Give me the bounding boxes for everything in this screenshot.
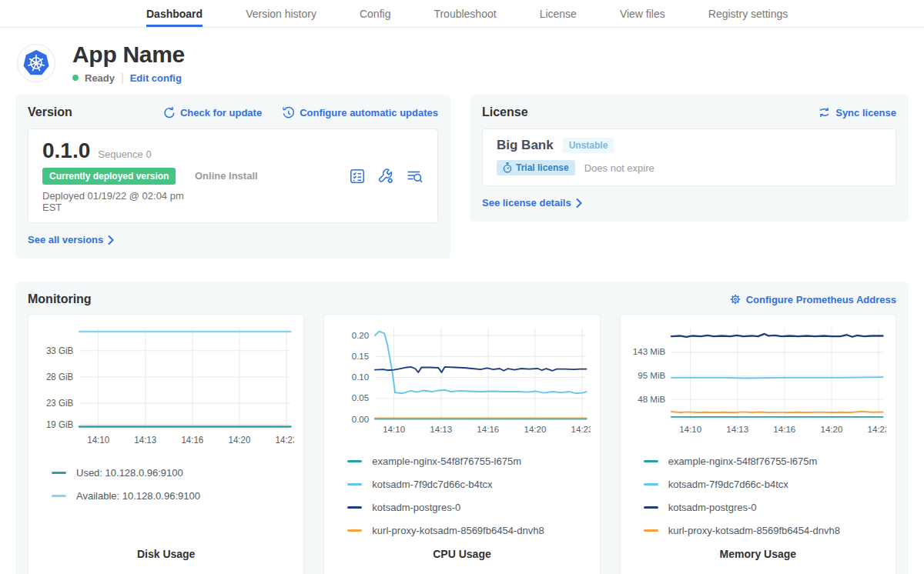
- channel-badge: Unstable: [563, 138, 614, 153]
- legend-item: example-nginx-54f8f76755-l675m: [644, 456, 886, 467]
- kubernetes-app-icon: [17, 44, 55, 82]
- tab-view-files[interactable]: View files: [620, 0, 665, 27]
- svg-text:95 MiB: 95 MiB: [638, 372, 665, 381]
- tab-dashboard[interactable]: Dashboard: [146, 0, 203, 27]
- legend-item: kotsadm-postgres-0: [644, 502, 886, 513]
- tab-bar: DashboardVersion historyConfigTroublesho…: [0, 0, 924, 28]
- legend-label: example-nginx-54f8f76755-l675m: [372, 456, 521, 467]
- legend-item: kotsadm-postgres-0: [347, 502, 590, 513]
- svg-text:14:16: 14:16: [773, 425, 795, 435]
- license-customer-name: Big Bank: [497, 138, 554, 153]
- check-for-update-button[interactable]: Check for update: [162, 106, 262, 119]
- chart-plot: 14:1014:1314:1614:2014:2348 MiB95 MiB143…: [630, 321, 886, 445]
- chart-title: CPU Usage: [333, 548, 590, 566]
- svg-text:23 GiB: 23 GiB: [46, 398, 73, 408]
- version-heading: Version: [28, 105, 72, 119]
- svg-text:14:13: 14:13: [430, 425, 453, 435]
- stopwatch-icon: [503, 162, 512, 173]
- app-header: App Name Ready | Edit config: [0, 28, 924, 92]
- legend-color-dash: [52, 495, 66, 497]
- chart-card-cpu-usage: 14:1014:1314:1614:2014:230.000.050.100.1…: [323, 314, 600, 574]
- svg-text:14:10: 14:10: [383, 425, 406, 435]
- chart-legend: example-nginx-54f8f76755-l675mkotsadm-7f…: [333, 456, 590, 548]
- svg-text:14:20: 14:20: [820, 425, 842, 435]
- legend-item: example-nginx-54f8f76755-l675m: [347, 456, 590, 467]
- legend-color-dash: [52, 472, 66, 474]
- legend-item: kurl-proxy-kotsadm-8569fb6454-dnvh8: [644, 525, 886, 536]
- svg-text:19 GiB: 19 GiB: [46, 419, 73, 429]
- license-heading: License: [482, 105, 528, 119]
- svg-text:28 GiB: 28 GiB: [46, 372, 73, 382]
- legend-color-dash: [644, 529, 658, 532]
- svg-text:14:23: 14:23: [571, 425, 591, 435]
- sync-license-button[interactable]: Sync license: [818, 106, 896, 118]
- legend-color-dash: [347, 529, 362, 532]
- schedule-icon: [282, 106, 295, 119]
- chart-title: Disk Usage: [38, 548, 294, 566]
- sync-arrows-icon: [818, 106, 831, 118]
- tab-troubleshoot[interactable]: Troubleshoot: [434, 0, 496, 27]
- chevron-right-icon: [108, 235, 114, 245]
- svg-text:14:16: 14:16: [477, 425, 500, 435]
- tab-config[interactable]: Config: [360, 0, 390, 27]
- deployed-badge: Currently deployed version: [42, 168, 176, 185]
- edit-config-link[interactable]: Edit config: [130, 72, 182, 84]
- config-wrench-icon[interactable]: [377, 168, 394, 185]
- legend-item: kotsadm-7f9dc7d66c-b4tcx: [347, 479, 590, 490]
- svg-text:14:13: 14:13: [134, 435, 156, 445]
- chart-title: Memory Usage: [630, 548, 886, 566]
- svg-text:143 MiB: 143 MiB: [633, 348, 665, 357]
- legend-color-dash: [347, 483, 362, 486]
- legend-color-dash: [347, 506, 362, 509]
- tab-registry-settings[interactable]: Registry settings: [708, 0, 788, 27]
- version-card: Version Check for update: [15, 95, 450, 259]
- install-type-label: Online Install: [195, 170, 349, 182]
- svg-text:14:16: 14:16: [181, 435, 203, 445]
- legend-item: kotsadm-7f9dc7d66c-b4tcx: [644, 479, 886, 490]
- chart-legend: example-nginx-54f8f76755-l675mkotsadm-7f…: [630, 456, 886, 548]
- gear-icon: [729, 293, 742, 305]
- legend-color-dash: [644, 460, 658, 462]
- configure-automatic-updates-button[interactable]: Configure automatic updates: [282, 106, 438, 119]
- legend-item: kurl-proxy-kotsadm-8569fb6454-dnvh8: [347, 525, 590, 536]
- tab-license[interactable]: License: [540, 0, 577, 27]
- see-all-versions-link[interactable]: See all versions: [28, 234, 114, 245]
- see-license-details-link[interactable]: See license details: [482, 197, 582, 209]
- monitoring-heading: Monitoring: [28, 292, 92, 306]
- legend-label: kurl-proxy-kotsadm-8569fb6454-dnvh8: [372, 525, 544, 536]
- svg-text:0.10: 0.10: [352, 372, 369, 382]
- svg-text:0.00: 0.00: [352, 415, 369, 424]
- monitoring-panel: Monitoring Configure Prometheus Address …: [15, 282, 909, 574]
- legend-label: kotsadm-postgres-0: [668, 502, 757, 513]
- legend-label: kotsadm-7f9dc7d66c-b4tcx: [668, 479, 788, 490]
- deployed-timestamp: Deployed 01/19/22 @ 02:04 pm EST: [42, 190, 195, 213]
- legend-label: kotsadm-postgres-0: [372, 502, 460, 513]
- svg-text:14:20: 14:20: [228, 435, 250, 445]
- version-sequence: Sequence 0: [98, 149, 151, 160]
- legend-item: Available: 10.128.0.96:9100: [52, 490, 294, 502]
- legend-item: Used: 10.128.0.96:9100: [52, 467, 294, 479]
- svg-text:14:10: 14:10: [679, 425, 701, 435]
- chart-card-disk-usage: 14:1014:1314:1614:2014:2319 GiB23 GiB28 …: [28, 314, 304, 574]
- trial-license-badge: Trial license: [497, 160, 575, 175]
- svg-text:0.05: 0.05: [352, 394, 369, 403]
- tab-version-history[interactable]: Version history: [246, 0, 316, 27]
- chart-legend: Used: 10.128.0.96:9100Available: 10.128.…: [38, 467, 294, 513]
- legend-color-dash: [644, 506, 658, 509]
- svg-text:0.20: 0.20: [352, 331, 369, 340]
- legend-label: Used: 10.128.0.96:9100: [76, 467, 183, 479]
- refresh-icon: [162, 106, 176, 119]
- configure-prometheus-button[interactable]: Configure Prometheus Address: [729, 293, 896, 305]
- legend-label: Available: 10.128.0.96:9100: [76, 490, 200, 502]
- chart-plot: 14:1014:1314:1614:2014:2319 GiB23 GiB28 …: [38, 321, 294, 456]
- license-expiry: Does not expire: [584, 162, 654, 174]
- svg-text:14:23: 14:23: [867, 425, 886, 435]
- view-logs-icon[interactable]: [406, 168, 424, 185]
- status-dot-icon: [72, 75, 79, 81]
- page-title: App Name: [72, 42, 185, 68]
- svg-text:33 GiB: 33 GiB: [46, 345, 73, 355]
- preflight-checks-icon[interactable]: [349, 168, 366, 185]
- svg-text:14:23: 14:23: [276, 435, 295, 445]
- legend-color-dash: [347, 460, 362, 462]
- svg-text:14:20: 14:20: [524, 425, 547, 435]
